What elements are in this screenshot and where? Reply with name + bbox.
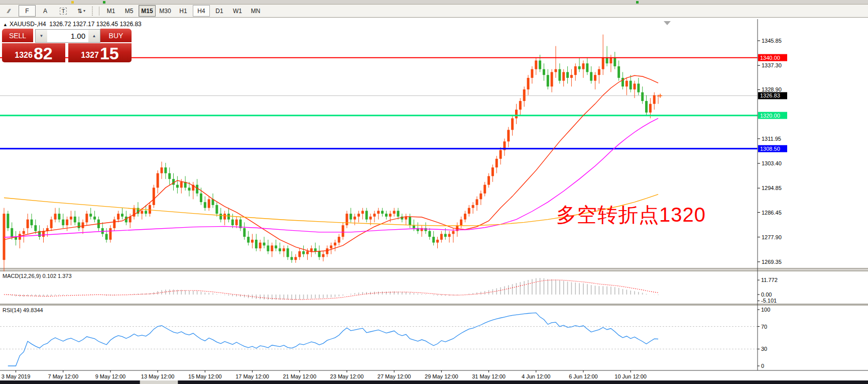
- timeframe-button-d1[interactable]: D1: [211, 5, 228, 17]
- candle-body: [385, 214, 388, 217]
- price-axis-tick: 1286.45: [762, 210, 782, 216]
- candle-body: [452, 231, 454, 234]
- candle-body: [223, 214, 226, 220]
- timeframe-button-h4[interactable]: H4: [193, 5, 210, 17]
- sell-price-display[interactable]: 1326 82: [2, 43, 65, 62]
- candle-body: [531, 69, 533, 78]
- text-icon[interactable]: A: [37, 5, 54, 17]
- toolbar-separator: [99, 7, 99, 16]
- candle-body: [653, 95, 656, 104]
- rsi-axis-tick: 0: [761, 363, 764, 369]
- dropdown-caret-icon[interactable]: ▾: [83, 9, 85, 13]
- volume-input[interactable]: 1.00: [47, 30, 88, 42]
- candle-body: [243, 228, 245, 237]
- candle-body: [440, 234, 443, 240]
- candle-body: [491, 167, 494, 176]
- candle-body: [27, 220, 29, 228]
- candle-body: [617, 66, 620, 78]
- candle-body: [500, 150, 502, 159]
- candle-body: [11, 228, 13, 237]
- arrows-icon[interactable]: ⇅▾: [73, 5, 90, 17]
- timeframe-button-m15[interactable]: M15: [139, 5, 156, 17]
- fibo-grid-icon[interactable]: F: [19, 5, 36, 17]
- candle-body: [590, 72, 592, 80]
- candle-body: [357, 214, 360, 217]
- candle-body: [287, 248, 289, 257]
- candle-body: [66, 220, 68, 226]
- candle-body: [85, 214, 88, 222]
- macd-indicator-header: MACD(12,26,9) 0.102 1.373: [3, 273, 72, 279]
- candle-body: [436, 240, 439, 243]
- candle-body: [539, 60, 541, 69]
- time-axis-label: 23 May 12:00: [330, 373, 364, 379]
- candle-body: [487, 176, 490, 184]
- candle-body: [34, 225, 37, 231]
- candle-body: [188, 187, 190, 190]
- one-click-trading-panel: SELL ▼ 1.00 ▲ BUY 1326 82 1327 15: [2, 29, 132, 63]
- candle-body: [93, 217, 96, 220]
- candle-body: [3, 214, 6, 260]
- equidistant-channel-icon-glyph: ∕∕: [8, 8, 10, 15]
- candle-body: [432, 237, 435, 243]
- volume-increase-button[interactable]: ▲: [88, 30, 100, 42]
- equidistant-channel-icon[interactable]: ∕∕: [1, 5, 18, 17]
- candle-body: [62, 220, 64, 226]
- candle-body: [602, 58, 604, 69]
- candle-body: [74, 217, 76, 223]
- rsi-axis-tick: 70: [761, 324, 767, 330]
- buy-price-display[interactable]: 1327 15: [68, 43, 132, 62]
- candle-body: [511, 118, 514, 130]
- candle-body: [149, 205, 151, 214]
- candle-body: [547, 75, 549, 86]
- candle-body: [543, 69, 545, 75]
- candle-body: [78, 222, 80, 228]
- candle-body: [609, 58, 612, 64]
- timeframe-button-m30[interactable]: M30: [157, 5, 174, 17]
- candle-body: [176, 185, 179, 188]
- candle-body: [259, 243, 262, 249]
- timeframe-button-mn[interactable]: MN: [247, 5, 264, 17]
- candle-body: [326, 248, 328, 254]
- candle-body: [302, 251, 305, 254]
- sell-price-small: 1326: [15, 51, 33, 60]
- buy-button[interactable]: BUY: [100, 29, 132, 42]
- toolbar-fragment-icon: [103, 1, 105, 4]
- price-badge-label: 1340.00: [760, 55, 780, 61]
- price-axis-tick: 1311.95: [762, 136, 781, 142]
- candle-body: [58, 214, 60, 220]
- macd-axis-tick: 0.00: [761, 292, 772, 298]
- candle-body: [121, 214, 123, 217]
- timeframe-button-m1[interactable]: M1: [102, 5, 119, 17]
- toolbar-drag-handle[interactable]: [92, 7, 95, 16]
- candle-body: [283, 248, 285, 251]
- candle-body: [345, 214, 348, 225]
- timeframe-button-w1[interactable]: W1: [229, 5, 246, 17]
- candle-body: [397, 211, 400, 217]
- candle-body: [613, 58, 616, 66]
- upper-toolbar-strip: [0, 0, 868, 5]
- volume-decrease-button[interactable]: ▼: [36, 30, 47, 42]
- sell-price-big: 82: [34, 45, 53, 62]
- collapse-icon[interactable]: ▲: [3, 22, 8, 27]
- timeframe-button-m5[interactable]: M5: [120, 5, 138, 17]
- candle-body: [208, 199, 210, 208]
- time-axis-label: 21 May 12:00: [283, 373, 316, 379]
- buy-price-big: 15: [100, 45, 119, 62]
- timeframe-button-h1[interactable]: H1: [175, 5, 192, 17]
- time-axis-label: 13 May 12:00: [141, 373, 175, 379]
- text-label-icon[interactable]: T: [55, 5, 72, 17]
- sell-button[interactable]: SELL: [2, 29, 33, 42]
- candle-body: [468, 208, 470, 214]
- candle-body: [574, 66, 577, 75]
- candle-body: [235, 220, 238, 226]
- candle-body: [263, 243, 266, 246]
- candle-body: [318, 251, 321, 257]
- candle-body: [271, 245, 273, 251]
- macd-axis-tick: -5.101: [761, 298, 777, 304]
- candle-body: [393, 211, 396, 214]
- candle-body: [535, 60, 537, 69]
- macd-values: 0.102 1.373: [42, 273, 71, 279]
- time-axis-label: 9 May 12:00: [95, 373, 126, 379]
- chart-canvas[interactable]: 1345.851337.301328.901311.951303.401294.…: [0, 19, 868, 380]
- trading-terminal-window: ∕∕FAT⇅▾M1M5M15M30H1H4D1W1MN ▲XAUUSD-,H4 …: [0, 0, 868, 384]
